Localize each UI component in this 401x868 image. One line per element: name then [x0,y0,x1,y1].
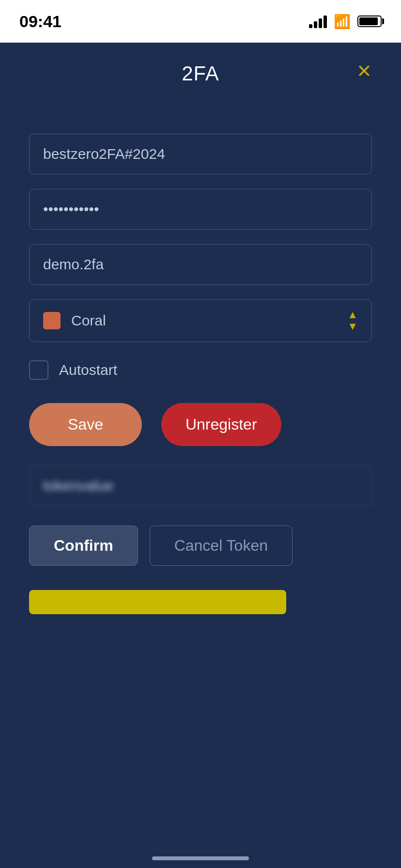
battery-fill [359,17,378,25]
main-content: 2FA ✕ Coral ▲ ▼ Autostart Save [0,43,401,868]
form-area: Coral ▲ ▼ Autostart Save Unregister Conf… [0,114,401,634]
cancel-token-button[interactable]: Cancel Token [150,526,293,566]
token-input-wrapper [29,465,372,506]
home-indicator [152,856,249,860]
status-time: 09:41 [19,12,62,31]
username-input[interactable] [29,134,372,174]
progress-bar-fill [29,590,286,614]
status-icons: 📶 [309,14,382,30]
confirm-button[interactable]: Confirm [29,526,138,566]
buttons-row: Save Unregister [29,398,372,451]
domain-input[interactable] [29,244,372,285]
autostart-label: Autostart [59,362,117,378]
autostart-checkbox[interactable] [29,360,48,380]
signal-icon [309,15,327,28]
wifi-icon: 📶 [334,14,351,30]
spinner-arrows-icon: ▲ ▼ [347,310,358,332]
unregister-button[interactable]: Unregister [161,403,281,446]
color-label: Coral [71,312,106,329]
password-input[interactable] [29,189,372,230]
battery-icon [357,16,382,27]
color-select[interactable]: Coral ▲ ▼ [29,299,372,342]
save-button[interactable]: Save [29,403,142,446]
header: 2FA ✕ [0,43,401,114]
color-swatch [43,312,61,329]
status-bar: 09:41 📶 [0,0,401,43]
progress-bar-container [29,590,372,614]
token-input[interactable] [29,465,372,506]
action-buttons-row: Confirm Cancel Token [29,521,372,571]
color-select-left: Coral [43,312,106,329]
close-button[interactable]: ✕ [356,62,372,80]
page-title: 2FA [182,62,219,85]
autostart-row: Autostart [29,356,372,384]
